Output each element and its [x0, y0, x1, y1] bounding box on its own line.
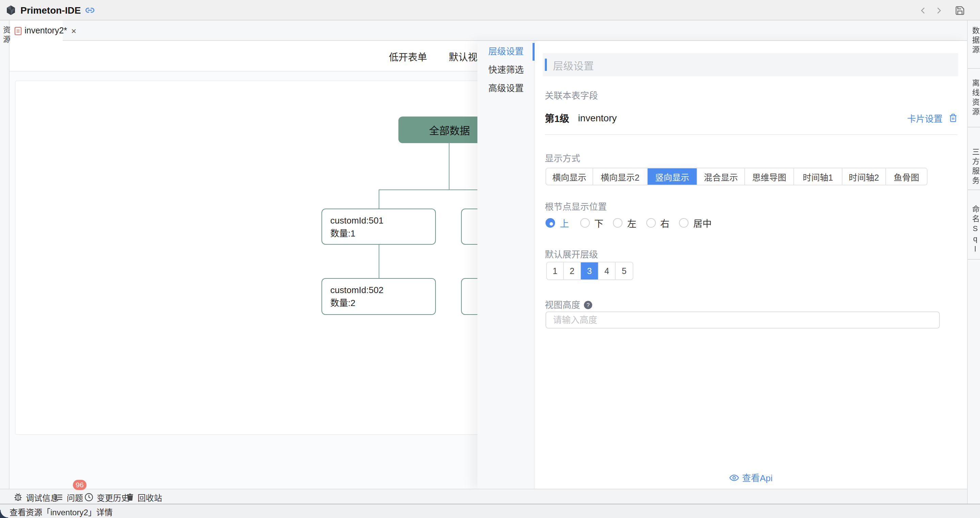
problems-count-badge: 96	[73, 480, 86, 490]
root-position-label: 根节点显示位置	[545, 200, 607, 213]
radio-top-circle[interactable]	[546, 218, 555, 228]
radio-bottom[interactable]: 下	[580, 216, 603, 230]
recycle-bin-button[interactable]: 回收站	[126, 489, 162, 504]
right-rail-divider	[968, 127, 980, 128]
expand-level-group: 1 2 3 4 5	[546, 262, 633, 280]
status-bar: 查看资源「inventory2」详情	[0, 504, 980, 518]
bottom-bar: 调试信息 问题 变更历史 回收站	[0, 489, 967, 504]
expand-level-2[interactable]: 2	[564, 262, 581, 279]
list-icon	[54, 492, 63, 501]
eye-icon	[729, 473, 738, 482]
tab-close-icon[interactable]: ×	[71, 26, 76, 35]
tab-label: inventory2*	[24, 26, 67, 35]
help-icon[interactable]: ?	[584, 301, 592, 309]
link-icon[interactable]	[85, 5, 94, 15]
radio-bottom-circle[interactable]	[580, 218, 589, 228]
view-height-text: 视图高度	[545, 300, 580, 310]
drawer-menu-advanced[interactable]: 高级设置	[477, 81, 535, 96]
radio-top[interactable]: 上	[546, 216, 569, 230]
save-icon[interactable]	[955, 5, 965, 15]
change-history-label: 变更历史	[97, 491, 129, 503]
right-rail-thirdparty[interactable]: 三方服务	[970, 148, 980, 186]
right-rail-divider	[968, 259, 980, 260]
expand-level-5[interactable]: 5	[616, 262, 633, 279]
right-rail: 数据源 离线资源 三方服务 命名Sql	[967, 21, 980, 504]
nav-forward-icon[interactable]	[935, 6, 943, 14]
debug-info-label: 调试信息	[26, 491, 59, 503]
view-height-input[interactable]	[546, 311, 940, 328]
right-rail-datasource[interactable]: 数据源	[970, 27, 980, 55]
radio-center-label: 居中	[693, 216, 712, 230]
panel-divider	[545, 134, 958, 135]
expand-level-1[interactable]: 1	[547, 262, 564, 279]
radio-center[interactable]: 居中	[679, 216, 712, 230]
expand-level-4[interactable]: 4	[599, 262, 616, 279]
delete-level-icon[interactable]	[949, 113, 958, 123]
connector-root-down	[449, 143, 449, 190]
panel-title: 层级设置	[553, 57, 594, 72]
right-rail-divider	[968, 190, 980, 190]
view-api-link[interactable]: 查看Api	[535, 471, 967, 484]
title-bar: Primeton-IDE	[0, 0, 980, 21]
related-field-label: 关联本表字段	[545, 89, 598, 102]
level-row: 第1级 inventory 卡片设置	[545, 111, 958, 125]
radio-bottom-label: 下	[594, 216, 603, 230]
tree-node-501[interactable]: customId:501 数量:1	[321, 209, 436, 245]
radio-right-circle[interactable]	[646, 218, 655, 228]
drawer-panel: 层级设置 关联本表字段 第1级 inventory 卡片设置 显示方式 横向显示…	[535, 41, 967, 489]
display-mode-timeline1[interactable]: 时间轴1	[794, 168, 842, 185]
window-corner	[0, 510, 8, 518]
node-501-qty: 数量:1	[330, 227, 427, 240]
problems-button[interactable]: 问题	[54, 489, 83, 504]
settings-drawer: 层级设置 快速筛选 高级设置 层级设置 关联本表字段 第1级 inventory…	[477, 41, 967, 489]
right-rail-offline[interactable]: 离线资源	[970, 79, 980, 117]
nav-back-icon[interactable]	[920, 6, 927, 14]
tab-inventory2[interactable]: inventory2* ×	[10, 21, 63, 41]
connector-drop-left	[379, 190, 379, 209]
display-mode-horizontal[interactable]: 横向显示	[546, 168, 593, 185]
view-tab-lowcode-form[interactable]: 低开表单	[389, 50, 427, 64]
radio-left[interactable]: 左	[613, 216, 636, 230]
level-value: inventory	[578, 112, 617, 123]
radio-right-label: 右	[660, 216, 670, 230]
clock-icon	[84, 492, 93, 501]
node-502-qty: 数量:2	[330, 296, 427, 309]
view-api-label: 查看Api	[742, 471, 773, 484]
display-mode-mixed[interactable]: 混合显示	[697, 168, 745, 185]
recycle-bin-label: 回收站	[138, 491, 162, 503]
node-501-id: customId:501	[330, 214, 427, 227]
radio-center-circle[interactable]	[679, 218, 689, 228]
level-label: 第1级	[545, 111, 570, 125]
left-rail: 资源	[0, 21, 10, 489]
drawer-menu: 层级设置 快速筛选 高级设置	[477, 41, 535, 489]
drawer-menu-level-settings[interactable]: 层级设置	[477, 44, 535, 59]
file-icon	[14, 26, 22, 35]
root-position-group: 上 下 左 右 居中	[546, 217, 712, 228]
display-mode-group: 横向显示 横向显示2 竖向显示 混合显示 思维导图 时间轴1 时间轴2 鱼骨图	[546, 168, 928, 185]
expand-level-3[interactable]: 3	[581, 262, 599, 279]
card-settings-link[interactable]: 卡片设置	[907, 112, 943, 124]
display-mode-mindmap[interactable]: 思维导图	[745, 168, 794, 185]
app-title: Primeton-IDE	[21, 5, 81, 15]
display-mode-label: 显示方式	[545, 151, 580, 164]
radio-top-label: 上	[560, 216, 569, 230]
app-logo-icon	[5, 5, 16, 15]
display-mode-timeline2[interactable]: 时间轴2	[842, 168, 886, 185]
radio-left-circle[interactable]	[613, 218, 622, 228]
change-history-button[interactable]: 变更历史	[84, 489, 129, 504]
problems-label: 问题	[67, 491, 83, 503]
panel-header: 层级设置	[543, 53, 958, 77]
display-mode-vertical[interactable]: 竖向显示	[648, 168, 697, 185]
display-mode-horizontal2[interactable]: 横向显示2	[593, 168, 648, 185]
display-mode-fishbone[interactable]: 鱼骨图	[886, 168, 927, 185]
radio-right[interactable]: 右	[646, 216, 670, 230]
trash-icon	[126, 492, 134, 501]
debug-info-button[interactable]: 调试信息	[14, 489, 59, 504]
panel-header-accent-bar	[545, 59, 547, 71]
tree-node-root-label: 全部数据	[429, 123, 470, 137]
right-rail-named-sql[interactable]: 命名Sql	[970, 205, 980, 255]
drawer-menu-quick-filter[interactable]: 快速筛选	[477, 63, 535, 78]
tree-node-502[interactable]: customId:502 数量:2	[321, 278, 436, 315]
svg-text:?: ?	[587, 302, 590, 308]
expand-level-label: 默认展开层级	[545, 247, 598, 260]
